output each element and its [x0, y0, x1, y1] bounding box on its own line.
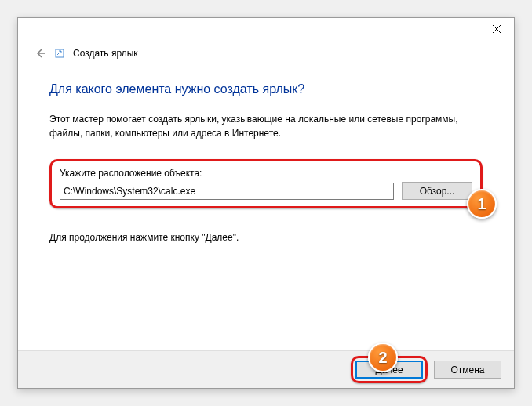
browse-button[interactable]: Обзор...: [402, 182, 472, 200]
back-button[interactable]: [34, 47, 46, 60]
location-input[interactable]: [60, 183, 394, 200]
location-label: Укажите расположение объекта:: [60, 168, 472, 179]
page-heading: Для какого элемента нужно создать ярлык?: [49, 82, 483, 96]
header-row: Создать ярлык: [18, 42, 514, 65]
location-input-group: Укажите расположение объекта: Обзор...: [49, 159, 483, 208]
description-text: Этот мастер помогает создать ярлыки, ука…: [49, 112, 483, 140]
content-area: Для какого элемента нужно создать ярлык?…: [18, 65, 514, 243]
input-row: Обзор...: [60, 182, 472, 200]
continue-hint: Для продолжения нажмите кнопку "Далее".: [49, 232, 483, 243]
create-shortcut-dialog: Создать ярлык Для какого элемента нужно …: [17, 17, 515, 389]
titlebar: [18, 18, 514, 42]
breadcrumb: Создать ярлык: [73, 48, 138, 59]
arrow-left-icon: [35, 48, 46, 59]
annotation-badge-2: 2: [368, 343, 398, 372]
dialog-footer: Далее Отмена: [18, 350, 514, 388]
shortcut-icon: [54, 48, 65, 59]
close-icon: [493, 25, 501, 33]
annotation-badge-1: 1: [467, 189, 497, 219]
cancel-button[interactable]: Отмена: [434, 361, 501, 379]
close-button[interactable]: [479, 18, 514, 40]
